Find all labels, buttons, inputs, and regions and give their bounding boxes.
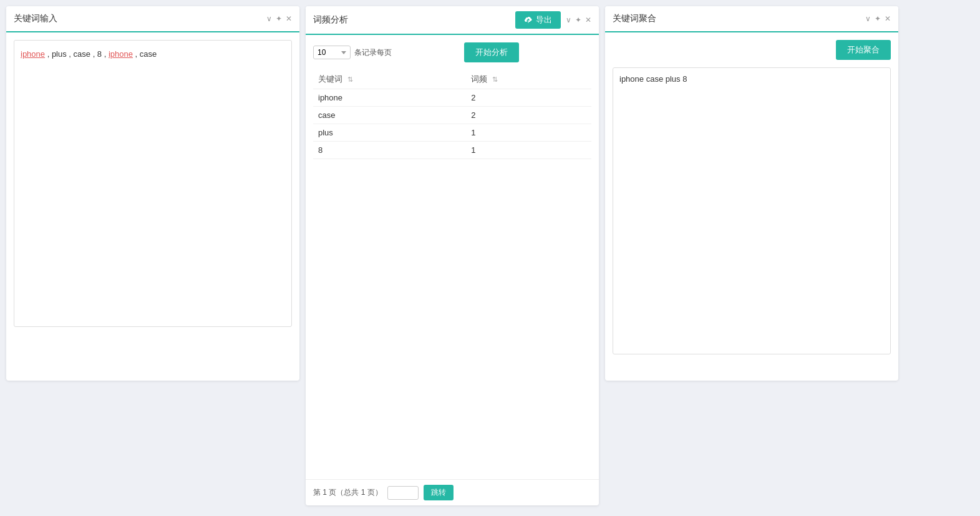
col-frequency-header: 词频 ⇅ [466,70,591,89]
panel3-header: 关键词聚合 ∨ ✦ ✕ [605,6,898,32]
panel2-header: 词频分析 导出 ∨ ✦ ✕ [306,6,599,35]
keyword-sep-2: , case [133,49,157,59]
table-cell-frequency: 1 [466,124,591,142]
panel1-gear-icon[interactable]: ✦ [276,14,282,23]
col-keyword-header: 关键词 ⇅ [313,70,466,89]
panel2-chevron-icon[interactable]: ∨ [566,16,571,24]
aggregated-result-display: iphone case plus 8 [613,67,891,354]
table-cell-frequency: 2 [466,107,591,124]
keyword-highlight-1: iphone [21,49,45,59]
page-number-input[interactable] [387,486,419,500]
panel3-close-icon[interactable]: ✕ [885,14,891,23]
panel1-title: 关键词输入 [14,13,261,24]
panel2-controls: ∨ ✦ ✕ [566,16,591,24]
panel2-toolbar: 10 20 50 条记录每页 开始分析 [313,42,591,62]
start-analysis-button[interactable]: 开始分析 [464,42,519,62]
frequency-table-body: iphone2case2plus181 [313,89,591,159]
table-row: plus1 [313,124,591,142]
table-row: iphone2 [313,89,591,107]
word-freq-panel: 词频分析 导出 ∨ ✦ ✕ 10 20 50 条记录每页 开始分析 [306,6,599,505]
cloud-upload-icon [524,16,533,24]
panel1-controls: ∨ ✦ ✕ [266,14,292,23]
aggregated-text: iphone case plus 8 [619,74,687,84]
panel3-title: 关键词聚合 [613,13,860,24]
keyword-sep-1: , plus , case , 8 , [45,49,109,59]
panel2-close-icon[interactable]: ✕ [585,16,591,24]
panel1-body: iphone , plus , case , 8 , iphone , case [6,32,299,381]
keyword-sort-icon[interactable]: ⇅ [347,75,353,84]
panel3-gear-icon[interactable]: ✦ [875,14,881,23]
frequency-table: 关键词 ⇅ 词频 ⇅ iphone2case2plus181 [313,70,591,159]
table-cell-keyword: iphone [313,89,466,107]
panel1-chevron-icon[interactable]: ∨ [266,14,272,23]
keyword-input-panel: 关键词输入 ∨ ✦ ✕ iphone , plus , case , 8 , i… [6,6,299,381]
keyword-aggregation-panel: 关键词聚合 ∨ ✦ ✕ 开始聚合 iphone case plus 8 [605,6,898,381]
panel2-title: 词频分析 [313,14,510,26]
keyword-highlight-2: iphone [109,49,133,59]
table-cell-keyword: 8 [313,142,466,159]
records-per-page-wrap: 10 20 50 条记录每页 [313,46,392,59]
panel2-body: 10 20 50 条记录每页 开始分析 关键词 ⇅ 词频 ⇅ [306,35,599,479]
panel2-gear-icon[interactable]: ✦ [575,16,581,24]
panel3-body: 开始聚合 iphone case plus 8 [605,32,898,381]
table-cell-keyword: case [313,107,466,124]
table-row: case2 [313,107,591,124]
records-per-page-label: 条记录每页 [354,47,392,58]
panel3-controls: ∨ ✦ ✕ [865,14,891,23]
keyword-input-display[interactable]: iphone , plus , case , 8 , iphone , case [14,40,292,327]
table-cell-frequency: 1 [466,142,591,159]
frequency-sort-icon[interactable]: ⇅ [492,75,498,84]
jump-button[interactable]: 跳转 [424,485,454,500]
export-button[interactable]: 导出 [515,11,561,29]
table-cell-frequency: 2 [466,89,591,107]
start-aggregation-button[interactable]: 开始聚合 [836,40,891,60]
panel1-close-icon[interactable]: ✕ [286,14,292,23]
panel1-header: 关键词输入 ∨ ✦ ✕ [6,6,299,32]
panel3-chevron-icon[interactable]: ∨ [865,14,871,23]
pagination-bar: 第 1 页（总共 1 页） 跳转 [306,479,599,505]
table-row: 81 [313,142,591,159]
records-per-page-select[interactable]: 10 20 50 [313,46,351,59]
table-cell-keyword: plus [313,124,466,142]
pagination-text: 第 1 页（总共 1 页） [313,487,382,498]
